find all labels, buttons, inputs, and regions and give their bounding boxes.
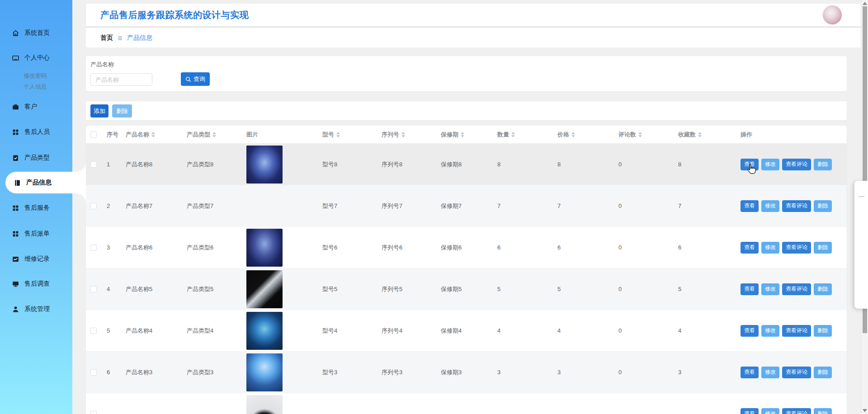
product-table: 序号 产品名称 产品类型 图片 型号 序列号 保修期 数量 价格 评论数 收藏数… — [86, 126, 847, 414]
briefcase-icon — [12, 103, 19, 111]
breadcrumb-current: 产品信息 — [127, 34, 152, 42]
edit-button[interactable]: 修改 — [761, 325, 779, 337]
edit-button[interactable]: 修改 — [761, 159, 779, 170]
page-title: 产品售后服务跟踪系统的设计与实现 — [86, 9, 249, 21]
edit-button[interactable]: 修改 — [761, 200, 779, 212]
edit-button[interactable]: 修改 — [761, 408, 779, 414]
view-comments-button[interactable]: 查看评论 — [782, 325, 811, 337]
view-comments-button[interactable]: 查看评论 — [782, 200, 811, 212]
row-checkbox[interactable] — [90, 369, 97, 376]
edit-button[interactable]: 修改 — [761, 283, 779, 295]
sidebar-item-label: 售后派单 — [24, 230, 50, 238]
search-icon — [185, 76, 191, 82]
product-image[interactable] — [246, 229, 283, 267]
row-checkbox[interactable] — [90, 411, 97, 414]
toolbar-card: 添加 删除 — [86, 101, 847, 120]
view-button[interactable]: 查看 — [741, 367, 759, 378]
view-button[interactable]: 查看 — [741, 242, 759, 254]
view-comments-button[interactable]: 查看评论 — [782, 408, 811, 414]
scroll-up-icon[interactable] — [863, 2, 867, 5]
search-input[interactable] — [90, 73, 152, 86]
delete-row-button[interactable]: 删除 — [814, 367, 832, 378]
edit-button[interactable]: 修改 — [761, 367, 779, 378]
view-comments-button[interactable]: 查看评论 — [782, 242, 811, 254]
idcard-icon — [12, 54, 19, 62]
sidebar-item-aftersales-staff[interactable]: 售后人员 — [0, 127, 72, 137]
product-image[interactable] — [246, 270, 283, 308]
sidebar-item-personal-info[interactable]: 个人信息 — [0, 82, 72, 91]
sort-caret[interactable] — [638, 132, 642, 137]
sidebar-item-system-management[interactable]: 系统管理 — [0, 304, 72, 315]
drawer-dash-icon — [859, 196, 864, 197]
sort-caret[interactable] — [698, 132, 702, 137]
view-button[interactable]: 查看 — [741, 283, 759, 295]
clipboard-check-icon — [12, 154, 19, 162]
scroll-down-icon[interactable] — [863, 409, 867, 412]
view-comments-button[interactable]: 查看评论 — [782, 367, 811, 378]
list-separator-icon — [117, 35, 123, 41]
sort-caret[interactable] — [401, 132, 405, 137]
sidebar-item-aftersales-service[interactable]: 售后服务 — [0, 202, 72, 213]
user-avatar[interactable] — [823, 5, 842, 24]
delete-row-button[interactable]: 删除 — [814, 325, 832, 337]
row-checkbox[interactable] — [90, 328, 97, 334]
sidebar-item-label: 个人信息 — [24, 83, 47, 91]
sidebar-item-label: 产品信息 — [26, 179, 52, 187]
col-header-type: 产品类型 — [182, 131, 242, 139]
sidebar-item-repair-records[interactable]: 维修记录 — [0, 254, 72, 264]
product-image[interactable] — [246, 146, 283, 183]
delete-row-button[interactable]: 删除 — [814, 283, 832, 295]
delete-row-button[interactable]: 删除 — [814, 200, 832, 212]
row-checkbox[interactable] — [90, 161, 97, 168]
table-row: 查看 修改 查看评论 删除 — [86, 393, 847, 414]
col-header-quantity: 数量 — [493, 131, 553, 139]
row-checkbox[interactable] — [90, 286, 97, 292]
row-checkbox[interactable] — [90, 203, 97, 209]
sidebar-item-aftersales-survey[interactable]: 售后调查 — [0, 278, 72, 289]
row-checkbox[interactable] — [90, 245, 97, 251]
col-header-actions: 操作 — [736, 131, 847, 139]
col-header-warranty: 保修期 — [436, 131, 493, 139]
add-button[interactable]: 添加 — [90, 104, 108, 118]
product-image[interactable] — [246, 187, 283, 225]
delete-row-button[interactable]: 删除 — [814, 408, 832, 414]
sort-caret[interactable] — [511, 132, 515, 137]
sidebar-item-label: 售后人员 — [24, 128, 50, 136]
view-button[interactable]: 查看 — [741, 200, 759, 212]
view-comments-button[interactable]: 查看评论 — [782, 159, 811, 170]
table-row: 2 产品名称7 产品类型7 型号7 序列号7 保修期7 7 7 0 7 查看 修… — [86, 185, 847, 227]
delete-button[interactable]: 删除 — [112, 104, 132, 118]
sidebar-item-aftersales-dispatch[interactable]: 售后派单 — [0, 228, 72, 239]
sort-caret[interactable] — [336, 132, 340, 137]
sort-caret[interactable] — [461, 132, 464, 137]
right-drawer-handle[interactable] — [854, 181, 868, 309]
sidebar-item-change-password[interactable]: 修改密码 — [0, 71, 72, 80]
monitor-icon — [12, 280, 19, 288]
sort-caret[interactable] — [571, 132, 575, 137]
sidebar-item-label: 个人中心 — [24, 54, 50, 62]
view-button[interactable]: 查看 — [741, 159, 759, 170]
delete-row-button[interactable]: 删除 — [814, 242, 832, 254]
sort-caret[interactable] — [151, 132, 155, 137]
product-image[interactable] — [246, 395, 283, 414]
table-row: 6 产品名称3 产品类型3 型号3 序列号3 保修期3 3 3 0 3 查看 修… — [86, 352, 847, 393]
breadcrumb-home[interactable]: 首页 — [100, 34, 113, 42]
delete-row-button[interactable]: 删除 — [814, 159, 832, 170]
sidebar-item-label: 修改密码 — [24, 72, 47, 80]
view-button[interactable]: 查看 — [741, 325, 759, 337]
product-image[interactable] — [246, 312, 283, 350]
sort-caret[interactable] — [212, 132, 216, 137]
view-button[interactable]: 查看 — [741, 408, 759, 414]
view-comments-button[interactable]: 查看评论 — [782, 283, 811, 295]
product-image[interactable] — [246, 353, 283, 391]
sidebar-item-product-info[interactable]: 产品信息 — [5, 172, 86, 193]
select-all-checkbox[interactable] — [90, 132, 97, 138]
sidebar-item-product-type[interactable]: 产品类型 — [0, 152, 72, 163]
sidebar-item-system-home[interactable]: 系统首页 — [0, 28, 72, 38]
table-row: 1 产品名称8 产品类型8 型号8 序列号8 保修期8 8 8 0 8 查看 修… — [86, 144, 847, 185]
query-button[interactable]: 查询 — [181, 72, 210, 86]
sidebar-item-personal-center[interactable]: 个人中心 — [0, 52, 72, 63]
edit-button[interactable]: 修改 — [761, 242, 779, 254]
sidebar-item-label: 系统首页 — [24, 29, 50, 37]
sidebar-item-customer[interactable]: 客户 — [0, 101, 72, 112]
